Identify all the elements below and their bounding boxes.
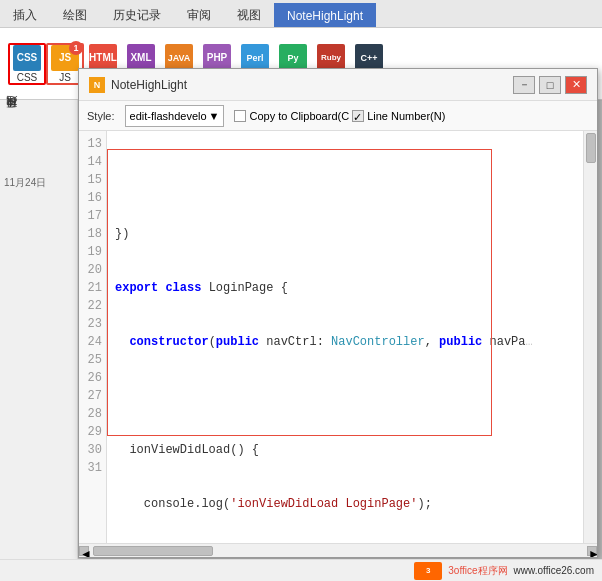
line-num-16: 16	[79, 189, 102, 207]
line-num-19: 19	[79, 243, 102, 261]
js-icon: JS 1	[51, 45, 79, 71]
css-label: CSS	[17, 72, 38, 83]
line-num-24: 24	[79, 333, 102, 351]
code-area: 13 14 15 16 17 18 19 20 21 22 23 24 25 2…	[79, 131, 597, 557]
line-num-29: 29	[79, 423, 102, 441]
style-select-value: edit-flashdevelo	[130, 110, 207, 122]
dialog-restore-btn[interactable]: □	[539, 76, 561, 94]
watermark-text: 3office程序网	[448, 564, 507, 578]
icon-css[interactable]: CSS CSS	[8, 43, 46, 85]
left-panel-btn[interactable]: 项目构建	[0, 110, 23, 122]
tab-insert[interactable]: 插入	[0, 3, 50, 27]
dialog-toolbar: Style: edit-flashdevelo ▼ Copy to Clipbo…	[79, 101, 597, 131]
tab-view[interactable]: 视图	[224, 3, 274, 27]
code-line-14: export class LoginPage {	[115, 279, 575, 297]
line-num-27: 27	[79, 387, 102, 405]
scrollbar-thumb-v[interactable]	[586, 133, 596, 163]
code-line-18: console.log('ionViewDidLoad LoginPage');	[115, 495, 575, 513]
tab-review[interactable]: 审阅	[174, 3, 224, 27]
line-number-checkbox[interactable]: ✓	[352, 110, 364, 122]
line-num-31: 31	[79, 459, 102, 477]
code-line-13: })	[115, 225, 575, 243]
dialog-close-btn[interactable]: ✕	[565, 76, 587, 94]
style-select[interactable]: edit-flashdevelo ▼	[125, 105, 225, 127]
dialog-title-text: NoteHighLight	[111, 78, 187, 92]
line-numbers: 13 14 15 16 17 18 19 20 21 22 23 24 25 2…	[79, 131, 107, 543]
line-num-18: 18	[79, 225, 102, 243]
ribbon-tabs: 插入 绘图 历史记录 审阅 视图 NoteHighLight	[0, 0, 602, 28]
line-num-25: 25	[79, 351, 102, 369]
office-logo-icon: 3	[414, 562, 442, 580]
line-num-13: 13	[79, 135, 102, 153]
watermark-url: www.office26.com	[514, 565, 594, 576]
dialog-app-icon: N	[89, 77, 105, 93]
js-badge: 1	[69, 41, 83, 55]
vertical-scrollbar[interactable]	[583, 131, 597, 543]
line-num-21: 21	[79, 279, 102, 297]
dialog-title-left: N NoteHighLight	[89, 77, 187, 93]
line-num-17: 17	[79, 207, 102, 225]
notehighlight-dialog: N NoteHighLight － □ ✕ Style: edit-flashd…	[78, 68, 598, 558]
horizontal-scrollbar[interactable]: ◄ ►	[79, 543, 597, 557]
copy-checkbox[interactable]	[234, 110, 246, 122]
line-num-26: 26	[79, 369, 102, 387]
line-num-30: 30	[79, 441, 102, 459]
line-number-label: Line Number(N)	[367, 110, 445, 122]
css-icon: CSS	[13, 45, 41, 71]
line-num-28: 28	[79, 405, 102, 423]
scrollbar-thumb-h[interactable]	[93, 546, 213, 556]
line-num-23: 23	[79, 315, 102, 333]
code-content[interactable]: }) export class LoginPage { constructor(…	[107, 131, 583, 543]
dialog-titlebar: N NoteHighLight － □ ✕	[79, 69, 597, 101]
left-panel: 项目构建 11月24日	[0, 100, 78, 581]
code-line-17: ionViewDidLoad() {	[115, 441, 575, 459]
copy-checkbox-group: Copy to Clipboard(C ✓ Line Number(N)	[234, 110, 445, 122]
line-num-15: 15	[79, 171, 102, 189]
copy-label: Copy to Clipboard(C	[249, 110, 349, 122]
style-label: Style:	[87, 110, 115, 122]
dialog-controls: － □ ✕	[513, 76, 587, 94]
tab-history[interactable]: 历史记录	[100, 3, 174, 27]
date-label: 11月24日	[0, 172, 77, 194]
dialog-minimize-btn[interactable]: －	[513, 76, 535, 94]
tab-notehighlight[interactable]: NoteHighLight	[274, 3, 376, 27]
style-select-arrow: ▼	[209, 110, 220, 122]
line-num-14: 14	[79, 153, 102, 171]
js-label: JS	[59, 72, 71, 83]
scroll-left-btn[interactable]: ◄	[79, 546, 89, 556]
scroll-right-btn[interactable]: ►	[587, 546, 597, 556]
code-main: 13 14 15 16 17 18 19 20 21 22 23 24 25 2…	[79, 131, 597, 543]
line-num-20: 20	[79, 261, 102, 279]
line-num-22: 22	[79, 297, 102, 315]
code-line-15: constructor(public navCtrl: NavControlle…	[115, 333, 575, 351]
code-line-16	[115, 387, 575, 405]
code-area-inner: 13 14 15 16 17 18 19 20 21 22 23 24 25 2…	[79, 131, 597, 557]
bottom-bar: 3 3office程序网 www.office26.com	[0, 559, 602, 581]
tab-draw[interactable]: 绘图	[50, 3, 100, 27]
